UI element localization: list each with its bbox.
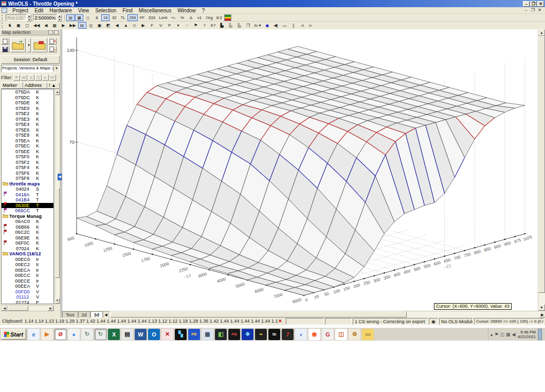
map-row[interactable]: 075E0K [2, 106, 53, 111]
scroll-down-icon[interactable]: ▼ [55, 298, 60, 304]
chip-fb-icon[interactable]: FB [228, 329, 240, 340]
version-button[interactable]: V [157, 22, 165, 29]
throttle-surface-chart[interactable]: 6001000125015001750200022503000400050006… [62, 29, 538, 311]
percent-button[interactable]: % [178, 14, 186, 21]
context-help-button[interactable]: ? [183, 22, 191, 29]
outlook-icon[interactable]: O [148, 329, 160, 340]
restore-button[interactable]: ❐ [530, 1, 537, 7]
export-version-button[interactable] [48, 38, 57, 45]
import-project-button[interactable] [32, 38, 47, 52]
help-button[interactable]: ? [201, 22, 209, 29]
map-row[interactable]: 0630ET [2, 203, 53, 209]
triple-view-button[interactable]: 333 [147, 14, 157, 21]
version-home-button[interactable]: ◇ [131, 22, 139, 29]
map-overview-button[interactable]: ▦ [50, 22, 59, 29]
arrange-prev-button[interactable]: ◀ [298, 22, 306, 29]
winols-icon[interactable]: ⊘ [55, 329, 66, 340]
color-scale-button[interactable]: ≡ [224, 14, 231, 21]
map-row[interactable]: 04024S [2, 186, 53, 192]
map-row[interactable]: 075F6K [2, 171, 53, 176]
menu-edit[interactable]: Edit [31, 8, 46, 13]
compare-view-button[interactable]: ▥ [84, 14, 92, 21]
map-row[interactable]: 00EC2Ir [2, 262, 53, 268]
map-folder-row[interactable]: Torque Manag [2, 214, 53, 219]
column-sort[interactable]: ! ▲ [47, 82, 60, 89]
chart-hscroll-thumb[interactable] [110, 311, 407, 318]
map-row[interactable]: 06E9EK [2, 235, 53, 241]
scrollbar-thumb-h[interactable] [8, 306, 28, 311]
tray-icon-3[interactable]: ▦ [506, 332, 511, 337]
map-row[interactable]: 00FD0V [2, 289, 53, 295]
filter-flag-button[interactable]: ▸ [42, 74, 49, 81]
map-row[interactable]: 075E3K [2, 117, 53, 122]
project-folder-button[interactable]: ▣ [96, 22, 104, 29]
scroll-left-icon[interactable]: ◀ [2, 306, 7, 311]
menu-window[interactable]: Window [174, 8, 199, 13]
view-2d-button[interactable]: ▤ [66, 14, 75, 21]
filter-delta-button[interactable]: Δ [28, 74, 34, 81]
new-project-button[interactable] [1, 38, 9, 45]
wrench-icon[interactable]: ⚙ [349, 329, 360, 340]
rotation-spinner[interactable]: Rot:135° ▲▼ [6, 14, 31, 21]
map-row[interactable]: 041B4T [2, 197, 53, 203]
map-row[interactable]: 01274E [2, 300, 53, 305]
map-folder-row[interactable]: throttle maps [2, 181, 53, 187]
factor-button[interactable]: x1 [195, 14, 204, 21]
zoom-spinner[interactable]: Z:50000% ▲▼ [33, 14, 62, 21]
scroll-up-icon[interactable]: ▲ [538, 29, 545, 36]
checksum-button[interactable]: ◩ [104, 22, 113, 29]
filter-name-button[interactable]: ab [21, 74, 27, 81]
internet-explorer-icon[interactable]: e [28, 329, 40, 340]
map-row[interactable]: 00ECEIr [2, 278, 53, 284]
eeprom-chip-icon[interactable]: ▤ [121, 329, 133, 340]
map-row[interactable]: 00ECCIr [2, 273, 53, 278]
nav-first-button[interactable]: ◀◀ [32, 22, 41, 29]
hexdump-button[interactable]: ♞ [6, 22, 14, 29]
blue-cubes-icon[interactable]: ❖ [242, 329, 253, 340]
zoom-preset-dropdown[interactable]: Io ▾ [253, 22, 263, 29]
sync-tool-2-icon[interactable]: ↻ [95, 329, 106, 340]
original-button[interactable]: Org [204, 14, 214, 21]
sign-button[interactable]: +/- [169, 14, 177, 21]
start-button[interactable]: Start [1, 329, 26, 340]
map-row[interactable]: 00EC0Ir [2, 257, 53, 263]
sync-tool-icon[interactable]: ↻ [81, 329, 93, 340]
save-project-button[interactable] [1, 46, 9, 52]
chrome-icon[interactable]: ● [68, 329, 80, 340]
filter-shape-button[interactable]: ◳ [35, 74, 42, 81]
map-row[interactable]: 075ECK [2, 143, 53, 149]
map-row[interactable]: 075F0K [2, 154, 53, 160]
nav-prev-button[interactable]: ◀ [42, 22, 50, 29]
map-row[interactable]: 075E6K [2, 127, 53, 133]
eye-icon[interactable]: ◉ [429, 318, 438, 325]
map-row[interactable]: 00EEAV [2, 284, 53, 289]
bits-16-button[interactable]: 16 [101, 14, 110, 21]
open-dropdown-arrow[interactable]: ▼ [27, 38, 31, 52]
map-row[interactable]: 075DEK [2, 100, 53, 106]
map-row[interactable]: 0418AT [2, 192, 53, 198]
toolbar-grip[interactable] [2, 15, 4, 21]
map-row[interactable]: 00ECAIr [2, 268, 53, 273]
filter-kk-button[interactable]: KK [49, 74, 56, 81]
tile-horizontal-button[interactable]: ▬ [281, 22, 289, 29]
color-mode-button[interactable]: ■ [263, 22, 271, 29]
media-player-icon[interactable]: ▶ [41, 329, 53, 340]
chart-vscroll-thumb[interactable] [538, 36, 545, 293]
new-window-button[interactable]: ▣ [14, 22, 23, 29]
toolbar-grip-2[interactable] [2, 23, 4, 28]
filter-marker-button[interactable]: ⚑ [13, 74, 20, 81]
hex-view-button[interactable]: FF [138, 14, 147, 21]
project-dropdown[interactable]: ▾ [174, 22, 183, 29]
version-prev-button[interactable]: ◀ [113, 22, 121, 29]
tray-icon-2[interactable]: ◫ [500, 332, 504, 337]
column-address[interactable]: Address [23, 82, 47, 89]
map-row[interactable]: 06B66K [2, 225, 53, 230]
byte-order-button[interactable]: LoHi [157, 14, 169, 21]
ratio-button[interactable]: 8:3 [215, 14, 224, 21]
map-row[interactable]: 075F8K [2, 176, 53, 181]
chevron-down-icon[interactable]: ▼ [53, 65, 59, 72]
menu-selection[interactable]: Selection [92, 8, 119, 13]
tile-vertical-button[interactable]: ❚ [289, 22, 298, 29]
column-marker[interactable]: Marker [1, 82, 23, 89]
signature-button[interactable]: ⚑ [192, 22, 200, 29]
